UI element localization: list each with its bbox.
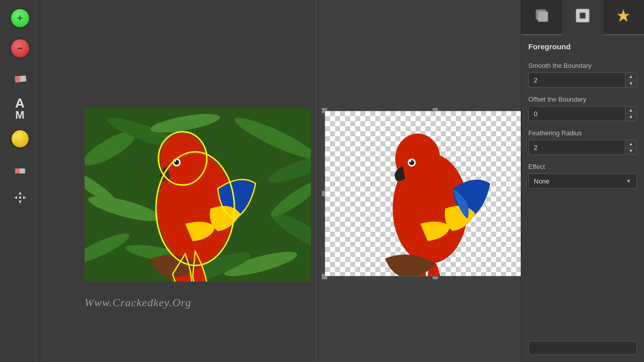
move-icon [13, 191, 27, 208]
left-canvas-panel[interactable]: Www.Crackedkey.Org [85, 108, 311, 282]
remove-icon: − [11, 39, 29, 57]
svg-rect-1 [15, 76, 20, 82]
color-picker-tool[interactable] [6, 125, 34, 153]
offset-boundary-spinbtns: ▲ ▼ [625, 107, 636, 121]
smooth-boundary-spinner[interactable]: ▲ ▼ [528, 72, 637, 87]
offset-boundary-input[interactable] [529, 110, 625, 118]
svg-point-34 [409, 160, 411, 162]
eraser-icon [13, 70, 27, 87]
bottom-placeholder [528, 341, 637, 355]
svg-rect-36 [538, 12, 548, 22]
tab-masks[interactable] [562, 0, 603, 35]
effect-dropdown-arrow: ▼ [626, 178, 631, 184]
feathering-radius-spinbtns: ▲ ▼ [625, 140, 636, 154]
tab-bar [521, 0, 644, 35]
favorites-tab-icon [615, 8, 631, 27]
svg-marker-39 [617, 10, 629, 22]
main-content: Www.Crackedkey.Org [40, 0, 521, 362]
svg-marker-6 [14, 196, 17, 199]
svg-rect-38 [580, 13, 586, 19]
svg-marker-7 [23, 196, 26, 199]
text-tool[interactable]: A M [6, 95, 34, 123]
svg-marker-4 [19, 192, 22, 195]
color-circle-icon [12, 130, 29, 147]
add-button[interactable]: + [6, 4, 34, 32]
smooth-boundary-input[interactable] [529, 76, 625, 84]
svg-marker-5 [19, 201, 22, 204]
offset-boundary-spinner[interactable]: ▲ ▼ [528, 106, 637, 121]
brush-erase-tool[interactable] [6, 155, 34, 183]
smooth-boundary-down[interactable]: ▼ [625, 80, 636, 87]
layers-tab-icon [534, 8, 550, 27]
eraser-tool[interactable] [6, 64, 34, 93]
bottom-controls [521, 336, 644, 362]
offset-boundary-down[interactable]: ▼ [625, 114, 636, 121]
feathering-radius-spinner[interactable]: ▲ ▼ [528, 140, 637, 155]
tab-layers[interactable] [521, 0, 562, 35]
smooth-boundary-spinbtns: ▲ ▼ [625, 73, 636, 87]
effect-label: Effect [528, 163, 637, 170]
right-settings-panel: Foreground Smooth the Boundary ▲ ▼ Offse… [521, 0, 644, 362]
canvas-container: Www.Crackedkey.Org [40, 0, 521, 362]
original-image [85, 108, 311, 282]
right-canvas-area [319, 0, 521, 362]
feathering-radius-label: Feathering Radius [528, 129, 637, 137]
left-canvas-area: Www.Crackedkey.Org [40, 0, 319, 362]
feathering-radius-up[interactable]: ▲ [625, 140, 636, 148]
feathering-radius-down[interactable]: ▼ [625, 148, 636, 155]
remove-button[interactable]: − [6, 34, 34, 62]
tab-favorites[interactable] [603, 0, 644, 35]
section-foreground-label: Foreground [528, 42, 637, 51]
offset-boundary-label: Offset the Boundary [528, 96, 637, 103]
toolbar: + − A M [0, 0, 40, 362]
effect-dropdown[interactable]: None ▼ [528, 173, 637, 189]
svg-rect-3 [15, 168, 20, 173]
move-tool[interactable] [6, 185, 34, 213]
canvas-divider [316, 0, 316, 362]
smooth-boundary-up[interactable]: ▲ [625, 73, 636, 80]
right-canvas-panel[interactable] [325, 111, 521, 277]
smooth-boundary-label: Smooth the Boundary [528, 62, 637, 69]
right-panel-content: Foreground Smooth the Boundary ▲ ▼ Offse… [521, 35, 644, 196]
text-tool-icon: A M [15, 97, 25, 121]
effect-value: None [534, 177, 626, 185]
feathering-radius-input[interactable] [529, 144, 625, 151]
masks-tab-icon [575, 8, 591, 27]
add-icon: + [11, 9, 29, 27]
brush-erase-icon [13, 161, 27, 177]
watermark: Www.Crackedkey.Org [85, 296, 191, 309]
svg-rect-8 [19, 197, 21, 199]
offset-boundary-up[interactable]: ▲ [625, 107, 636, 114]
transparent-background [325, 111, 521, 277]
